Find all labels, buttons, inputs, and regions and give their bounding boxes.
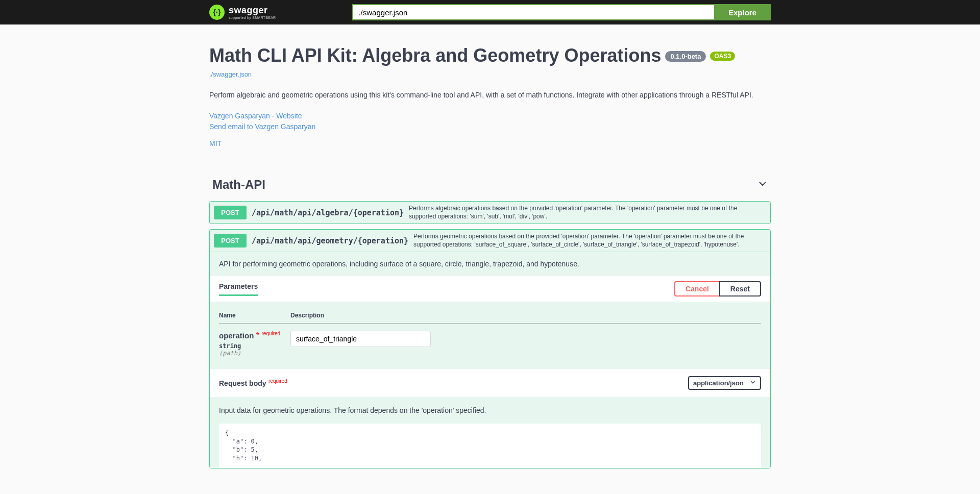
operation-summary-text: Performs geometric operations based on t… [413, 233, 766, 249]
request-body-heading: Request body [219, 379, 266, 387]
oas-badge: OAS3 [710, 52, 735, 61]
required-label: required [261, 331, 280, 336]
operation-geometry: POST /api/math/api/geometry/{operation} … [209, 229, 771, 468]
param-value-input[interactable] [290, 331, 431, 347]
parameters-heading: Parameters [219, 282, 258, 296]
contact-email-link[interactable]: Send email to Vazgen Gasparyan [209, 121, 771, 132]
contact-website-link[interactable]: Vazgen Gasparyan - Website [209, 111, 771, 121]
operation-path: /api/math/api/geometry/{operation} [252, 236, 408, 245]
param-name: operation [219, 332, 254, 340]
required-star: * [256, 332, 259, 340]
required-label: required [268, 378, 287, 384]
content-type-select[interactable]: application/json [688, 376, 761, 390]
operation-summary[interactable]: POST /api/math/api/algebra/{operation} P… [210, 202, 770, 224]
request-body-example[interactable]: { "a": 0, "b": 5, "h": 10, [219, 424, 761, 468]
operation-path: /api/math/api/algebra/{operation} [252, 208, 404, 217]
api-description: Perform algebraic and geometric operatio… [209, 90, 771, 101]
tag-name: Math-API [212, 178, 265, 192]
swagger-icon: {·} [209, 5, 225, 20]
logo-sub-text: supported by SMARTBEAR [229, 16, 276, 19]
column-name: Name [219, 308, 290, 324]
method-badge-post: POST [214, 206, 247, 219]
spec-url-link[interactable]: ./swagger.json [209, 70, 252, 78]
explore-button[interactable]: Explore [714, 4, 771, 20]
operation-description: API for performing geometric operations,… [210, 252, 770, 276]
operation-summary-text: Performs algebraic operations based on t… [409, 205, 766, 220]
swagger-logo: {·} swagger supported by SMARTBEAR [209, 5, 276, 20]
operation-algebra: POST /api/math/api/algebra/{operation} P… [209, 201, 771, 224]
parameter-row: operation * required string (path) [219, 324, 761, 357]
tag-header[interactable]: Math-API [209, 174, 771, 196]
license-link[interactable]: MIT [209, 138, 771, 149]
version-badge: 0.1.0-beta [665, 51, 706, 62]
reset-button[interactable]: Reset [719, 281, 761, 297]
logo-main-text: swagger [229, 6, 276, 15]
cancel-button[interactable]: Cancel [674, 281, 720, 297]
param-in: (path) [219, 350, 290, 357]
chevron-down-icon [757, 179, 768, 191]
content-type-dropdown[interactable]: application/json [693, 379, 759, 387]
spec-url-input[interactable] [352, 4, 714, 20]
request-body-description: Input data for geometric operations. The… [219, 406, 761, 414]
api-title: Math CLI API Kit: Algebra and Geometry O… [209, 45, 661, 66]
column-description: Description [290, 308, 761, 324]
topbar: {·} swagger supported by SMARTBEAR Explo… [0, 0, 980, 24]
operation-summary[interactable]: POST /api/math/api/geometry/{operation} … [210, 230, 770, 252]
param-type: string [219, 342, 290, 350]
method-badge-post: POST [214, 234, 247, 248]
